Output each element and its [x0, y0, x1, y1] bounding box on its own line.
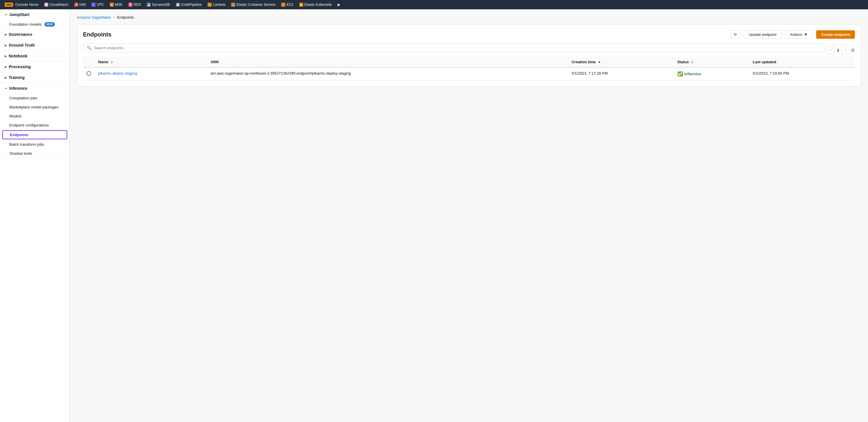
status-column-header[interactable]: Status ▽	[674, 57, 749, 67]
sidebar-training-label: Training	[9, 75, 25, 80]
sidebar-item-compilation-jobs[interactable]: Compilation jobs	[0, 93, 69, 103]
actions-dropdown-icon: ▼	[804, 32, 808, 37]
sidebar-training-header[interactable]: ▶ Training	[0, 72, 69, 83]
sidebar-item-batch-transform-jobs[interactable]: Batch transform jobs	[0, 140, 69, 149]
sidebar-section-training: ▶ Training	[0, 72, 69, 83]
name-column-header[interactable]: Name ▽	[95, 57, 207, 67]
actions-label: Actions	[790, 32, 803, 37]
breadcrumb-parent[interactable]: Amazon SageMaker	[77, 15, 111, 20]
vpc-nav[interactable]: 🌐 VPC	[89, 0, 106, 9]
endpoint-creation-time-value: 5/1/2023, 7:17:28 PM	[572, 71, 608, 76]
cloudwatch-icon: 📊	[44, 3, 48, 7]
dynamodb-icon: 💾	[147, 3, 151, 7]
sidebar-section-governance: ▶ Governance	[0, 29, 69, 40]
sidebar-governance-header[interactable]: ▶ Governance	[0, 29, 69, 39]
sidebar-inference-header[interactable]: ▼ Inference	[0, 83, 69, 93]
search-input[interactable]	[94, 46, 820, 50]
sidebar-item-endpoints[interactable]: Endpoints	[2, 130, 67, 139]
sidebar-item-shadow-tests[interactable]: Shadow tests	[0, 149, 69, 158]
rds-label: RDS	[134, 3, 141, 7]
governance-chevron-icon: ▶	[5, 33, 7, 36]
iam-icon: 🔑	[74, 3, 78, 7]
prev-page-button[interactable]: ‹	[827, 46, 835, 54]
sidebar-inference-label: Inference	[9, 86, 27, 91]
next-page-icon: ›	[845, 48, 846, 52]
more-icon: ▶	[338, 3, 340, 7]
refresh-button[interactable]: ↻	[731, 30, 740, 39]
codepipeline-icon: 🔄	[176, 3, 180, 7]
training-chevron-icon: ▶	[5, 76, 7, 79]
update-endpoint-button[interactable]: Update endpoint	[744, 30, 781, 39]
create-endpoint-label: Create endpoint	[821, 32, 850, 37]
vpc-label: VPC	[97, 3, 104, 7]
iam-nav[interactable]: 🔑 IAM	[72, 0, 88, 9]
models-label: Models	[9, 114, 22, 118]
next-page-button[interactable]: ›	[841, 46, 850, 54]
actions-button[interactable]: Actions ▼	[785, 30, 813, 39]
sidebar-section-processing: ▶ Processing	[0, 61, 69, 72]
sidebar-notebook-label: Notebook	[9, 54, 28, 58]
status-value: InService	[684, 72, 701, 76]
status-header-label: Status	[677, 60, 689, 64]
breadcrumb-separator: ›	[114, 15, 115, 20]
aws-console-home-nav[interactable]: AWS Console Home	[2, 0, 41, 9]
processing-chevron-icon: ▶	[5, 65, 7, 68]
breadcrumb: Amazon SageMaker › Endpoints	[77, 15, 861, 20]
row-radio-button[interactable]	[87, 71, 91, 76]
creation-time-column-header[interactable]: Creation time ▼	[568, 57, 674, 67]
endpoints-label: Endpoints	[10, 133, 29, 137]
page-number: 1	[836, 48, 840, 53]
row-last-updated-cell: 5/1/2023, 7:19:58 PM	[749, 67, 855, 80]
sidebar-section-notebook: ▶ Notebook	[0, 51, 69, 61]
groundtruth-chevron-icon: ▶	[5, 44, 7, 47]
dynamodb-nav[interactable]: 💾 DynamoDB	[144, 0, 172, 9]
eks-label: Elastic Kubernete	[305, 3, 332, 7]
cloudwatch-nav[interactable]: 📊 CloudWatch	[42, 0, 71, 9]
table-row: pikachu-deploy-staging arn:aws:sagemaker…	[83, 67, 855, 80]
sidebar-item-models[interactable]: Models	[0, 112, 69, 121]
ec2-nav[interactable]: ⬡ EC2	[279, 0, 296, 9]
eks-nav[interactable]: ☸ Elastic Kubernete	[297, 0, 334, 9]
codepipeline-label: CodePipeline	[181, 3, 202, 7]
aws-logo: AWS	[5, 3, 13, 7]
sidebar-section-groundtruth: ▶ Ground Truth	[0, 40, 69, 51]
msk-nav[interactable]: ⚙ MSK	[107, 0, 125, 9]
prev-page-icon: ‹	[830, 48, 831, 52]
last-updated-header-label: Last updated	[753, 60, 776, 64]
page-settings-icon[interactable]: ⚙	[851, 48, 855, 53]
codepipeline-nav[interactable]: 🔄 CodePipeline	[174, 0, 204, 9]
sidebar-item-foundation-models[interactable]: Foundation models NEW	[0, 20, 69, 29]
ecs-icon: 🐳	[231, 3, 235, 7]
row-creation-time-cell: 5/1/2023, 7:17:28 PM	[568, 67, 674, 80]
search-pagination-row: 🔍 ‹ 1 › ⚙	[83, 44, 855, 57]
top-nav: AWS Console Home 📊 CloudWatch 🔑 IAM 🌐 VP…	[0, 0, 868, 9]
ecs-nav[interactable]: 🐳 Elastic Container Service	[229, 0, 278, 9]
sidebar-notebook-header[interactable]: ▶ Notebook	[0, 51, 69, 61]
more-nav[interactable]: ▶	[335, 0, 343, 9]
foundation-models-label: Foundation models	[9, 22, 42, 27]
sidebar-item-marketplace-model-packages[interactable]: Marketplace model packages	[0, 103, 69, 112]
sidebar-item-endpoint-configurations[interactable]: Endpoint configurations	[0, 121, 69, 130]
row-select-cell[interactable]	[83, 67, 95, 80]
name-sort-icon: ▽	[111, 61, 113, 64]
sidebar-groundtruth-header[interactable]: ▶ Ground Truth	[0, 40, 69, 50]
status-check-icon: ✅	[677, 71, 683, 77]
creation-time-header-label: Creation time	[572, 60, 596, 64]
compilation-jobs-label: Compilation jobs	[9, 96, 37, 100]
rds-nav[interactable]: 🗄 RDS	[126, 0, 143, 9]
lambda-nav[interactable]: λ Lambda	[205, 0, 228, 9]
sidebar: ▼ JumpStart Foundation models NEW ▶ Gove…	[0, 9, 70, 422]
status-sort-icon: ▽	[691, 61, 693, 64]
endpoints-panel-header: Endpoints ↻ Update endpoint Actions ▼ Cr…	[83, 30, 855, 39]
lambda-label: Lambda	[213, 3, 225, 7]
endpoint-name-link[interactable]: pikachu-deploy-staging	[98, 71, 137, 76]
msk-icon: ⚙	[110, 3, 114, 7]
sidebar-processing-header[interactable]: ▶ Processing	[0, 61, 69, 72]
pagination: ‹ 1 › ⚙	[827, 46, 855, 54]
creation-time-sort-icon: ▼	[598, 61, 601, 64]
main-content: Amazon SageMaker › Endpoints Endpoints ↻…	[70, 9, 868, 422]
create-endpoint-button[interactable]: Create endpoint	[816, 30, 855, 39]
breadcrumb-current: Endpoints	[117, 15, 134, 20]
sidebar-jumpstart-header[interactable]: ▼ JumpStart	[0, 9, 69, 20]
dynamodb-label: DynamoDB	[152, 3, 170, 7]
